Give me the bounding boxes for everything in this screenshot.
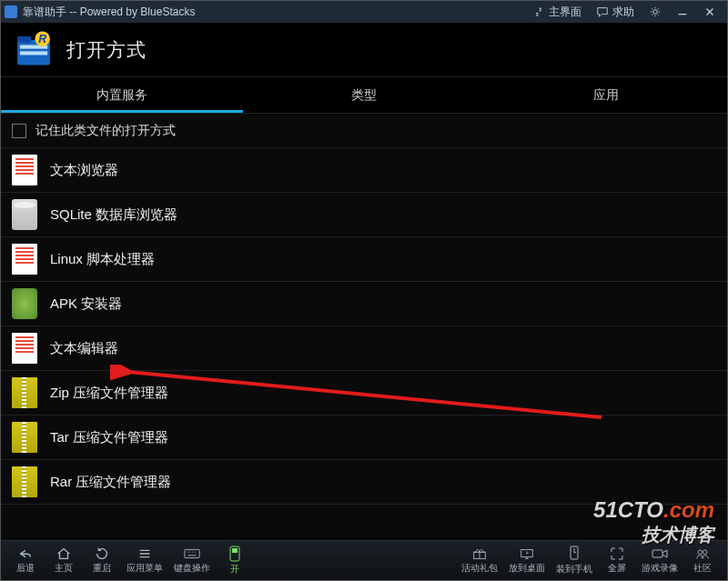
list-item-zip[interactable]: Zip 压缩文件管理器 xyxy=(1,371,727,416)
list-item-sqlite[interactable]: SQLite 数据库浏览器 xyxy=(1,193,727,237)
list-item-label: Linux 脚本处理器 xyxy=(50,251,155,268)
svg-rect-10 xyxy=(232,548,238,553)
bb-label: 键盘操作 xyxy=(174,562,210,575)
open-with-list: 文本浏览器 SQLite 数据库浏览器 Linux 脚本处理器 APK 安装器 … xyxy=(1,148,727,505)
tab-internal-services[interactable]: 内置服务 xyxy=(1,77,243,113)
help-label: 求助 xyxy=(612,5,634,20)
tab-label: 应用 xyxy=(593,87,619,104)
tabs-container: 内置服务 类型 应用 xyxy=(1,77,727,114)
fullscreen-icon xyxy=(610,546,624,561)
bb-label: 放到桌面 xyxy=(509,562,545,575)
gift-icon xyxy=(471,546,488,561)
archive-icon xyxy=(12,422,37,453)
remember-row[interactable]: 记住此类文件的打开方式 xyxy=(1,114,727,148)
to-phone-button[interactable]: 装到手机 xyxy=(551,543,598,579)
settings-button[interactable] xyxy=(642,1,669,23)
apps-menu-button[interactable]: 应用菜单 xyxy=(121,543,168,579)
bottom-bar: 后退 主页 重启 应用菜单 键盘操作 开 活动礼包 放到桌面 装到手机 全屏 游… xyxy=(1,540,727,580)
list-item-label: 文本编辑器 xyxy=(50,340,118,357)
close-icon xyxy=(703,5,716,18)
database-icon xyxy=(12,199,37,230)
svg-point-15 xyxy=(698,550,703,555)
bb-label: 应用菜单 xyxy=(126,562,163,575)
bb-label: 开 xyxy=(230,563,239,576)
toggle-on-icon xyxy=(228,546,241,562)
list-item-label: SQLite 数据库浏览器 xyxy=(50,206,177,224)
tab-app[interactable]: 应用 xyxy=(485,77,727,113)
restart-button[interactable]: 重启 xyxy=(83,543,121,579)
community-button[interactable]: 社区 xyxy=(683,543,722,579)
window-titlebar: 靠谱助手 -- Powered by BlueStacks 主界面 求助 xyxy=(1,1,727,23)
list-item-label: APK 安装器 xyxy=(50,296,122,313)
desktop-icon xyxy=(519,546,535,561)
svg-point-16 xyxy=(703,550,707,555)
svg-rect-8 xyxy=(185,549,199,557)
toggle-on-button[interactable]: 开 xyxy=(216,543,254,579)
record-icon xyxy=(651,546,669,561)
bb-label: 活动礼包 xyxy=(461,562,498,575)
svg-rect-4 xyxy=(20,51,47,55)
to-desktop-button[interactable]: 放到桌面 xyxy=(503,543,551,579)
minimize-icon xyxy=(676,5,689,18)
android-icon xyxy=(12,288,37,319)
home-icon xyxy=(56,546,72,561)
root-explorer-icon: R xyxy=(14,30,54,70)
svg-rect-2 xyxy=(17,35,31,42)
tab-type[interactable]: 类型 xyxy=(243,77,485,113)
remember-checkbox[interactable] xyxy=(12,124,26,138)
bb-label: 主页 xyxy=(55,562,73,575)
list-item-label: Zip 压缩文件管理器 xyxy=(50,385,168,402)
keyboard-icon xyxy=(183,546,201,561)
keyboard-button[interactable]: 键盘操作 xyxy=(168,543,216,579)
swap-icon xyxy=(532,5,545,18)
bb-label: 装到手机 xyxy=(556,563,592,576)
list-item-label: 文本浏览器 xyxy=(50,162,118,179)
gear-icon xyxy=(649,5,662,18)
list-item-label: Tar 压缩文件管理器 xyxy=(50,429,168,446)
svg-rect-14 xyxy=(652,550,662,557)
svg-point-0 xyxy=(653,10,657,14)
record-button[interactable]: 游戏录像 xyxy=(636,543,683,579)
list-item-linux-script[interactable]: Linux 脚本处理器 xyxy=(1,237,727,282)
tab-label: 内置服务 xyxy=(96,87,147,104)
fullscreen-button[interactable]: 全屏 xyxy=(598,543,636,579)
list-item-label: Rar 压缩文件管理器 xyxy=(50,474,171,491)
bb-label: 社区 xyxy=(693,562,712,575)
bb-label: 后退 xyxy=(16,562,35,575)
list-item-tar[interactable]: Tar 压缩文件管理器 xyxy=(1,416,727,460)
bb-label: 重启 xyxy=(93,562,111,575)
back-button[interactable]: 后退 xyxy=(6,543,45,579)
menu-icon xyxy=(136,546,153,561)
back-icon xyxy=(17,546,34,561)
list-item-text-editor[interactable]: 文本编辑器 xyxy=(1,326,727,371)
close-button[interactable] xyxy=(696,1,723,23)
page-header: R 打开方式 xyxy=(1,23,727,77)
chat-icon xyxy=(596,5,609,18)
tab-label: 类型 xyxy=(351,87,377,104)
minimize-button[interactable] xyxy=(669,1,696,23)
gift-button[interactable]: 活动礼包 xyxy=(456,543,503,579)
main-screen-button[interactable]: 主界面 xyxy=(525,1,589,23)
svg-text:R: R xyxy=(38,33,46,45)
community-icon xyxy=(694,546,711,561)
app-icon xyxy=(5,5,17,18)
home-button[interactable]: 主页 xyxy=(45,543,83,579)
document-icon xyxy=(12,155,37,185)
archive-icon xyxy=(12,466,37,497)
bb-label: 全屏 xyxy=(608,562,626,575)
restart-icon xyxy=(94,546,110,561)
document-icon xyxy=(12,333,37,364)
help-button[interactable]: 求助 xyxy=(589,1,642,23)
list-item-rar[interactable]: Rar 压缩文件管理器 xyxy=(1,460,727,505)
archive-icon xyxy=(12,377,37,408)
phone-icon xyxy=(567,546,581,562)
window-title: 靠谱助手 -- Powered by BlueStacks xyxy=(23,5,195,20)
bb-label: 游戏录像 xyxy=(642,562,678,575)
document-icon xyxy=(12,244,37,275)
page-title: 打开方式 xyxy=(66,37,147,63)
main-screen-label: 主界面 xyxy=(549,5,581,20)
list-item-text-viewer[interactable]: 文本浏览器 xyxy=(1,148,727,193)
list-item-apk-installer[interactable]: APK 安装器 xyxy=(1,282,727,326)
remember-label: 记住此类文件的打开方式 xyxy=(35,123,176,139)
